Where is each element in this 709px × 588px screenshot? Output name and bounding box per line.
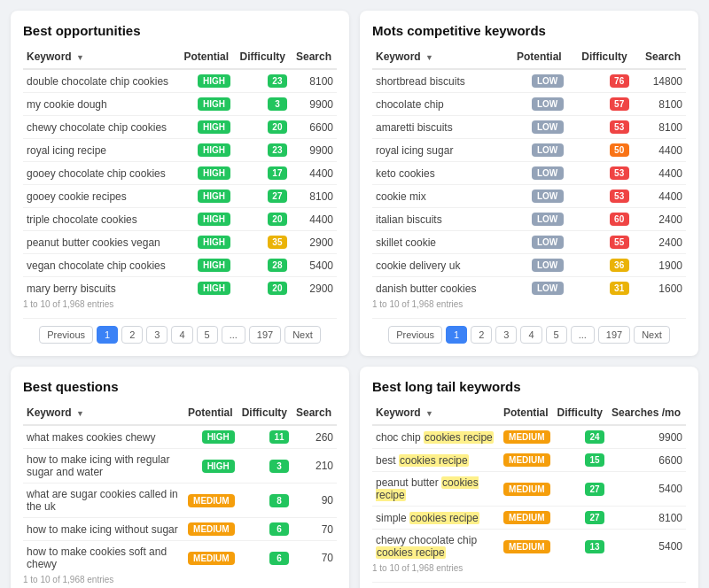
page-btn-4[interactable]: 4 bbox=[171, 326, 192, 344]
col-header-potential: Potential bbox=[502, 47, 566, 69]
potential-cell: LOW bbox=[502, 231, 566, 254]
col-header-potential: Potential bbox=[500, 403, 554, 425]
table-row: how to make cookies soft and chewyMEDIUM… bbox=[23, 541, 337, 576]
difficulty-cell: 23 bbox=[234, 69, 291, 93]
panel-best-opportunities: Best opportunitiesKeyword ▼PotentialDiff… bbox=[11, 11, 349, 356]
pagination: Previous12345...197Next bbox=[23, 318, 337, 344]
difficulty-cell: 55 bbox=[567, 231, 633, 254]
page-btn-3[interactable]: 3 bbox=[495, 326, 517, 344]
page-btn-5[interactable]: 5 bbox=[197, 326, 218, 344]
searches-cell: 5400 bbox=[608, 472, 686, 507]
keyword-cell: royal icing recipe bbox=[23, 139, 178, 162]
sort-icon: ▼ bbox=[76, 53, 84, 62]
table-row: royal icing recipeHIGH239900 bbox=[23, 139, 337, 162]
page-btn-3[interactable]: 3 bbox=[146, 326, 168, 344]
keyword-highlight: cookies recipe bbox=[424, 431, 494, 444]
page-btn-4[interactable]: 4 bbox=[520, 326, 541, 344]
potential-cell: LOW bbox=[502, 116, 566, 139]
table-row: triple chocolate cookiesHIGH204400 bbox=[23, 208, 337, 231]
difficulty-cell: 20 bbox=[234, 208, 291, 231]
table-row: chewy chocolate chip cookies recipeMEDIU… bbox=[372, 530, 686, 564]
potential-badge: HIGH bbox=[198, 166, 230, 180]
col-header-searches-/mo: Searches /mo bbox=[608, 403, 686, 425]
prev-button[interactable]: Previous bbox=[39, 326, 93, 344]
searches-cell: 5400 bbox=[608, 530, 686, 564]
difficulty-badge: 6 bbox=[269, 552, 289, 565]
searches-cell: 8100 bbox=[291, 185, 337, 208]
difficulty-cell: 15 bbox=[554, 449, 608, 472]
table-row: best cookies recipeMEDIUM156600 bbox=[372, 449, 686, 472]
page-btn-5[interactable]: 5 bbox=[546, 326, 567, 344]
potential-cell: MEDIUM bbox=[184, 484, 238, 518]
potential-cell: HIGH bbox=[178, 185, 234, 208]
potential-cell: LOW bbox=[502, 208, 566, 231]
col-header-keyword: Keyword ▼ bbox=[372, 403, 500, 425]
potential-cell: LOW bbox=[502, 69, 566, 93]
difficulty-badge: 8 bbox=[269, 494, 289, 507]
table-row: gooey cookie recipesHIGH278100 bbox=[23, 185, 337, 208]
keyword-cell: best cookies recipe bbox=[372, 449, 500, 472]
searches-cell: 5400 bbox=[291, 254, 337, 277]
keyword-cell: how to make icing without sugar bbox=[23, 518, 184, 541]
table-row: vegan chocolate chip cookiesHIGH285400 bbox=[23, 254, 337, 277]
difficulty-badge: 13 bbox=[585, 540, 604, 553]
searches-cell: 6600 bbox=[291, 116, 337, 139]
potential-badge: LOW bbox=[532, 190, 564, 203]
difficulty-badge: 23 bbox=[268, 143, 287, 157]
col-header-potential: Potential bbox=[184, 403, 238, 425]
potential-badge: MEDIUM bbox=[503, 483, 550, 496]
difficulty-badge: 53 bbox=[610, 166, 629, 180]
searches-cell: 90 bbox=[292, 484, 337, 518]
difficulty-badge: 57 bbox=[610, 97, 629, 111]
searches-cell: 9900 bbox=[291, 139, 337, 162]
panel-best-questions: Best questionsKeyword ▼PotentialDifficul… bbox=[11, 367, 349, 588]
searches-cell: 14800 bbox=[633, 69, 686, 93]
difficulty-cell: 24 bbox=[554, 425, 608, 449]
keyword-cell: chewy chocolate chip cookies recipe bbox=[372, 530, 500, 564]
table-row: cookie delivery ukLOW361900 bbox=[372, 254, 686, 277]
data-table: Keyword ▼PotentialDifficultySearchdouble… bbox=[23, 47, 337, 299]
table-row: cookie mixLOW534400 bbox=[372, 185, 686, 208]
potential-badge: HIGH bbox=[198, 213, 230, 226]
page-btn-197[interactable]: 197 bbox=[598, 326, 630, 344]
table-row: how to make icing with regular sugar and… bbox=[23, 449, 337, 484]
potential-badge: HIGH bbox=[198, 143, 230, 157]
page-btn-1[interactable]: 1 bbox=[97, 326, 118, 344]
sort-icon: ▼ bbox=[425, 409, 433, 418]
keyword-cell: italian biscuits bbox=[372, 208, 502, 231]
potential-badge: HIGH bbox=[198, 74, 230, 88]
next-button[interactable]: Next bbox=[634, 326, 670, 344]
potential-cell: LOW bbox=[502, 254, 566, 277]
potential-cell: HIGH bbox=[178, 231, 234, 254]
page-btn-1[interactable]: 1 bbox=[446, 326, 467, 344]
panel-mots-competitive: Mots competitive keywordsKeyword ▼Potent… bbox=[360, 11, 698, 356]
potential-badge: MEDIUM bbox=[503, 540, 550, 553]
keyword-cell: danish butter cookies bbox=[372, 277, 502, 300]
searches-cell: 1600 bbox=[633, 277, 686, 300]
col-header-difficulty: Difficulty bbox=[567, 47, 633, 69]
difficulty-badge: 23 bbox=[268, 74, 287, 88]
prev-button[interactable]: Previous bbox=[388, 326, 442, 344]
keyword-cell: how to make icing with regular sugar and… bbox=[23, 449, 184, 484]
page-btn-2[interactable]: 2 bbox=[471, 326, 492, 344]
pagination: Previous12345...197Next bbox=[372, 582, 686, 588]
difficulty-cell: 50 bbox=[567, 139, 633, 162]
table-row: shortbread biscuitsLOW7614800 bbox=[372, 69, 686, 93]
sort-icon: ▼ bbox=[425, 53, 433, 62]
ellipsis-btn[interactable]: ... bbox=[222, 326, 245, 344]
table-row: what makes cookies chewyHIGH11260 bbox=[23, 425, 337, 449]
page-btn-2[interactable]: 2 bbox=[121, 326, 143, 344]
panel-best-long-tail: Best long tail keywordsKeyword ▼Potentia… bbox=[360, 367, 698, 588]
col-header-difficulty: Difficulty bbox=[554, 403, 608, 425]
pagination-info: 1 to 10 of 1,968 entries bbox=[372, 299, 686, 309]
pagination-info: 1 to 10 of 1,968 entries bbox=[23, 575, 337, 584]
ellipsis-btn[interactable]: ... bbox=[571, 326, 595, 344]
table-row: royal icing sugarLOW504400 bbox=[372, 139, 686, 162]
pagination-info: 1 to 10 of 1,968 entries bbox=[23, 299, 337, 309]
next-button[interactable]: Next bbox=[284, 326, 321, 344]
searches-cell: 9900 bbox=[291, 93, 337, 116]
col-header-search: Search bbox=[291, 47, 337, 69]
page-btn-197[interactable]: 197 bbox=[249, 326, 281, 344]
potential-badge: LOW bbox=[532, 282, 564, 295]
potential-badge: LOW bbox=[532, 259, 564, 272]
